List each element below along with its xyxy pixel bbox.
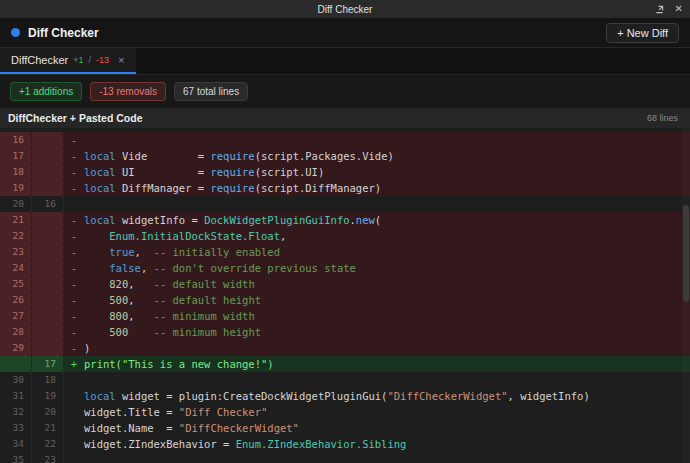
old-line-number: 17 xyxy=(0,148,32,164)
tab-removals-count: -13 xyxy=(96,55,109,65)
new-line-number xyxy=(32,228,64,244)
code-text: 820, -- default width xyxy=(84,276,690,292)
new-diff-button[interactable]: + New Diff xyxy=(606,23,679,43)
diff-marker: - xyxy=(64,212,84,228)
new-line-number xyxy=(32,324,64,340)
diff-marker: - xyxy=(64,260,84,276)
tab-separator: / xyxy=(89,55,92,65)
code-text xyxy=(84,452,690,463)
old-line-number: 29 xyxy=(0,340,32,356)
old-line-number: 25 xyxy=(0,276,32,292)
old-line-number: 16 xyxy=(0,132,32,148)
tab-bar: DiffChecker +1 / -13 × xyxy=(0,48,690,75)
diff-line: 24- false, -- don't override previous st… xyxy=(0,260,690,276)
diff-marker: - xyxy=(64,132,84,148)
diff-line: 25- 820, -- default width xyxy=(0,276,690,292)
diff-line: 3018 xyxy=(0,372,690,388)
code-text: Enum.InitialDockState.Float, xyxy=(84,228,690,244)
old-line-number: 28 xyxy=(0,324,32,340)
code-text: local Vide = require(script.Packages.Vid… xyxy=(84,148,690,164)
tab-additions-count: +1 xyxy=(73,55,83,65)
diff-line: 3119local widget = plugin:CreateDockWidg… xyxy=(0,388,690,404)
old-line-number: 34 xyxy=(0,436,32,452)
old-line-number: 26 xyxy=(0,292,32,308)
code-text: ) xyxy=(84,340,690,356)
diff-line: 3523 xyxy=(0,452,690,463)
tab-label: DiffChecker xyxy=(11,54,68,66)
old-line-number: 33 xyxy=(0,420,32,436)
old-line-number: 21 xyxy=(0,212,32,228)
diff-stats: +1 additions -13 removals 67 total lines xyxy=(0,75,690,108)
diff-marker xyxy=(64,404,84,420)
diff-line: 27- 800, -- minimum width xyxy=(0,308,690,324)
diff-line: 3422widget.ZIndexBehavior = Enum.ZIndexB… xyxy=(0,436,690,452)
old-line-number: 30 xyxy=(0,372,32,388)
code-text: local widgetInfo = DockWidgetPluginGuiIn… xyxy=(84,212,690,228)
diff-line: 3321widget.Name = "DiffCheckerWidget" xyxy=(0,420,690,436)
diff-marker: - xyxy=(64,324,84,340)
scrollbar-thumb[interactable] xyxy=(683,205,689,302)
diff-marker xyxy=(64,388,84,404)
old-line-number: 32 xyxy=(0,404,32,420)
diff-marker: + xyxy=(64,356,84,372)
diff-marker: - xyxy=(64,308,84,324)
new-line-number xyxy=(32,164,64,180)
new-line-number: 18 xyxy=(32,372,64,388)
diff-file-title: DiffChecker + Pasted Code xyxy=(8,112,143,124)
close-window-icon[interactable]: ✕ xyxy=(675,4,683,14)
diff-marker: - xyxy=(64,148,84,164)
new-line-number xyxy=(32,212,64,228)
window-titlebar[interactable]: Diff Checker ✕ xyxy=(0,0,690,18)
old-line-number xyxy=(0,356,32,372)
diff-total-lines: 68 lines xyxy=(647,113,682,123)
total-lines-badge: 67 total lines xyxy=(174,82,248,101)
code-text: true, -- initially enabled xyxy=(84,244,690,260)
diff-marker: - xyxy=(64,164,84,180)
float-window-icon[interactable] xyxy=(655,5,664,14)
new-line-number: 22 xyxy=(32,436,64,452)
diff-line: 17-local Vide = require(script.Packages.… xyxy=(0,148,690,164)
diff-file-header: DiffChecker + Pasted Code 68 lines xyxy=(0,108,690,128)
new-line-number: 20 xyxy=(32,404,64,420)
additions-badge: +1 additions xyxy=(10,82,82,101)
diff-marker: - xyxy=(64,276,84,292)
diff-line: 2016 xyxy=(0,196,690,212)
code-text: widget.Title = "Diff Checker" xyxy=(84,404,690,420)
diff-line: 19-local DiffManager = require(script.Di… xyxy=(0,180,690,196)
new-line-number xyxy=(32,148,64,164)
new-line-number xyxy=(32,244,64,260)
new-line-number xyxy=(32,132,64,148)
tab-diffchecker[interactable]: DiffChecker +1 / -13 × xyxy=(0,48,136,74)
code-text xyxy=(84,132,690,148)
app-title: Diff Checker xyxy=(28,26,99,40)
new-line-number: 23 xyxy=(32,452,64,463)
diff-line: 22- Enum.InitialDockState.Float, xyxy=(0,228,690,244)
diff-checker-window: Diff Checker ✕ Diff Checker + New Diff D… xyxy=(0,0,690,463)
diff-marker: - xyxy=(64,244,84,260)
tab-close-icon[interactable]: × xyxy=(118,54,124,66)
old-line-number: 22 xyxy=(0,228,32,244)
scrollbar-track xyxy=(682,128,690,463)
old-line-number: 23 xyxy=(0,244,32,260)
old-line-number: 31 xyxy=(0,388,32,404)
diff-line: 23- true, -- initially enabled xyxy=(0,244,690,260)
code-text: local UI = require(script.UI) xyxy=(84,164,690,180)
old-line-number: 35 xyxy=(0,452,32,463)
code-text xyxy=(84,196,690,212)
new-line-number: 17 xyxy=(32,356,64,372)
app-header: Diff Checker + New Diff xyxy=(0,18,690,48)
diff-rows: 16-17-local Vide = require(script.Packag… xyxy=(0,132,690,463)
new-line-number xyxy=(32,292,64,308)
code-text: 500 -- minimum height xyxy=(84,324,690,340)
diff-marker: - xyxy=(64,340,84,356)
diff-line: 17+print("This is a new change!") xyxy=(0,356,690,372)
old-line-number: 24 xyxy=(0,260,32,276)
new-line-number: 16 xyxy=(32,196,64,212)
diff-line: 28- 500 -- minimum height xyxy=(0,324,690,340)
diff-marker: - xyxy=(64,292,84,308)
new-line-number xyxy=(32,260,64,276)
diff-line: 18-local UI = require(script.UI) xyxy=(0,164,690,180)
diff-marker: - xyxy=(64,180,84,196)
code-text: 800, -- minimum width xyxy=(84,308,690,324)
diff-marker xyxy=(64,420,84,436)
